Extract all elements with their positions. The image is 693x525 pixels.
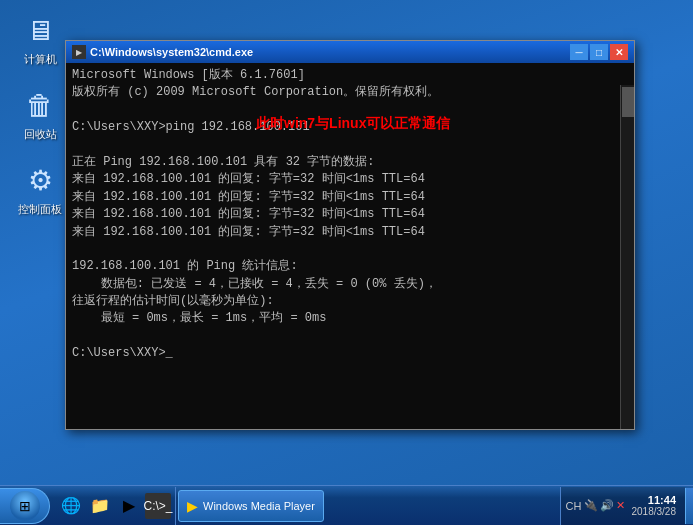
taskbar-task-media[interactable]: ▶ Windows Media Player — [178, 490, 324, 522]
ie-icon[interactable]: 🌐 — [58, 493, 84, 519]
clock-date: 2018/3/28 — [632, 506, 677, 517]
cmd-title: C:\Windows\system32\cmd.exe — [90, 46, 566, 58]
cmd-minimize-button[interactable]: ─ — [570, 44, 588, 60]
cmd-scrollbar[interactable] — [620, 85, 634, 429]
cmd-window-icon: ▶ — [72, 45, 86, 59]
control-panel-icon-img: ⚙ — [20, 160, 60, 200]
cmd-icon-ql[interactable]: C:\>_ — [145, 493, 171, 519]
folder-icon[interactable]: 📁 — [87, 493, 113, 519]
tray-icon-ch[interactable]: CH — [566, 500, 582, 512]
start-button[interactable]: ⊞ — [0, 488, 50, 524]
recycle-icon-img: 🗑 — [20, 85, 60, 125]
scrollbar-thumb — [622, 87, 634, 117]
cmd-highlight-text: 此时win7与Linux可以正常通信 — [256, 115, 450, 133]
recycle-icon[interactable]: 🗑 回收站 — [8, 85, 72, 142]
clock-time: 11:44 — [648, 494, 676, 506]
clock[interactable]: 11:44 2018/3/28 — [628, 494, 681, 517]
media-player-icon[interactable]: ▶ — [116, 493, 142, 519]
tray-icon-x[interactable]: ✕ — [616, 499, 625, 512]
show-desktop-button[interactable] — [685, 488, 693, 524]
taskbar-task-icon: ▶ — [187, 498, 198, 514]
cmd-body[interactable]: Microsoft Windows [版本 6.1.7601] 版权所有 (c)… — [66, 63, 634, 429]
tray-area: CH 🔌 🔊 ✕ 11:44 2018/3/28 — [560, 487, 685, 525]
taskbar: ⊞ 🌐 📁 ▶ C:\>_ ▶ Windows Media Player CH … — [0, 485, 693, 525]
desktop-icons: 🖥 计算机 🗑 回收站 ⚙ 控制面板 — [8, 10, 72, 217]
computer-label: 计算机 — [24, 52, 57, 67]
quick-launch: 🌐 📁 ▶ C:\>_ — [54, 487, 176, 525]
computer-icon[interactable]: 🖥 计算机 — [8, 10, 72, 67]
cmd-window: ▶ C:\Windows\system32\cmd.exe ─ □ ✕ Micr… — [65, 40, 635, 430]
control-panel-icon[interactable]: ⚙ 控制面板 — [8, 160, 72, 217]
tray-icon-network[interactable]: 🔌 — [584, 499, 598, 512]
control-panel-label: 控制面板 — [18, 202, 62, 217]
cmd-titlebar: ▶ C:\Windows\system32\cmd.exe ─ □ ✕ — [66, 41, 634, 63]
cmd-close-button[interactable]: ✕ — [610, 44, 628, 60]
recycle-label: 回收站 — [24, 127, 57, 142]
tray-icons: CH 🔌 🔊 ✕ — [566, 499, 625, 512]
tray-icon-volume[interactable]: 🔊 — [600, 499, 614, 512]
start-orb: ⊞ — [10, 491, 40, 521]
cmd-output: Microsoft Windows [版本 6.1.7601] 版权所有 (c)… — [72, 67, 628, 363]
cmd-maximize-button[interactable]: □ — [590, 44, 608, 60]
cmd-controls: ─ □ ✕ — [570, 44, 628, 60]
desktop: 🖥 计算机 🗑 回收站 ⚙ 控制面板 ▶ C:\Windows\system32… — [0, 0, 693, 525]
taskbar-task-label: Windows Media Player — [203, 500, 315, 512]
computer-icon-img: 🖥 — [20, 10, 60, 50]
